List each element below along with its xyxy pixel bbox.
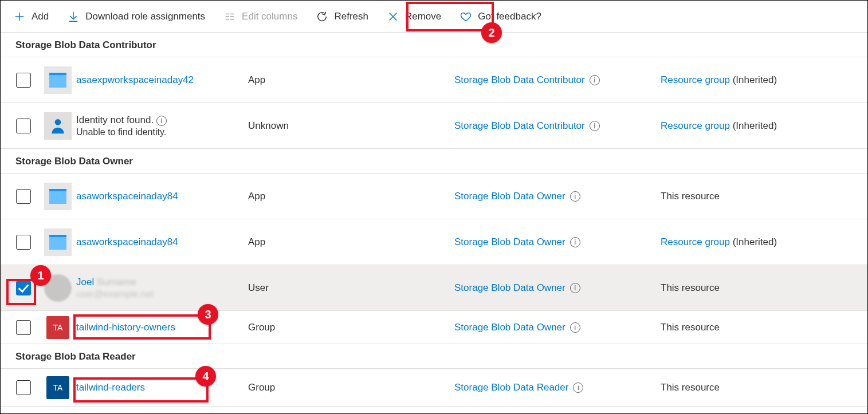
group-header-owner: Storage Blob Data Owner [1, 149, 867, 174]
principal-email: user@example.net [76, 289, 248, 299]
principal-link[interactable]: asaexpworkspaceinaday42 [76, 74, 248, 86]
row-checkbox[interactable] [16, 320, 31, 335]
row-checkbox[interactable] [16, 281, 31, 295]
role-link[interactable]: Storage Blob Data Reader [454, 382, 568, 393]
principal-link[interactable]: Joel Surname [76, 277, 248, 288]
app-icon [44, 183, 72, 210]
scope-link[interactable]: Resource group [661, 120, 730, 131]
scope-suffix: (Inherited) [730, 236, 777, 247]
table-row: Identity not found. i Unable to find ide… [1, 103, 867, 149]
info-icon[interactable]: i [590, 75, 600, 85]
plus-icon [13, 10, 26, 23]
role-link[interactable]: Storage Blob Data Owner [454, 282, 565, 294]
feedback-label: Got feedback? [478, 11, 541, 22]
group-header-contributor: Storage Blob Data Contributor [1, 33, 867, 57]
principal-type: App [248, 236, 265, 247]
scope-suffix: (Inherited) [730, 120, 777, 131]
role-link[interactable]: Storage Blob Data Contributor [454, 74, 585, 86]
row-checkbox[interactable] [16, 380, 31, 395]
scope-text: This resource [661, 322, 720, 333]
principal-link[interactable]: tailwind-history-owners [76, 322, 248, 333]
role-link[interactable]: Storage Blob Data Owner [454, 191, 565, 202]
row-checkbox[interactable] [16, 73, 31, 88]
row-checkbox[interactable] [16, 189, 31, 204]
info-icon[interactable]: i [570, 283, 580, 293]
principal-link[interactable]: tailwind-readers [76, 382, 248, 393]
table-row: asaworkspaceinaday84 App Storage Blob Da… [1, 174, 867, 219]
download-icon [67, 10, 80, 23]
info-icon[interactable]: i [590, 121, 600, 131]
principal-name: Identity not found. i [76, 115, 248, 126]
columns-icon [223, 10, 236, 23]
scope-text: This resource [661, 382, 720, 393]
group-avatar: TA [46, 376, 69, 399]
download-button[interactable]: Download role assignments [59, 6, 213, 27]
group-avatar: TA [46, 316, 69, 339]
table-row: TA tailwind-history-owners Group Storage… [1, 311, 867, 344]
heart-icon [459, 10, 472, 23]
add-button[interactable]: Add [5, 6, 57, 27]
remove-button[interactable]: Remove [379, 6, 449, 27]
annotation-marker-3: 3 [198, 304, 218, 325]
principal-link[interactable]: asaworkspaceinaday84 [76, 191, 248, 202]
group-header-reader: Storage Blob Data Reader [1, 344, 867, 369]
refresh-label: Refresh [334, 11, 368, 22]
principal-type: User [248, 282, 269, 293]
principal-type: Group [248, 322, 275, 333]
x-icon [387, 10, 399, 23]
add-label: Add [32, 11, 49, 22]
scope-link[interactable]: Resource group [661, 74, 730, 85]
annotation-marker-1: 1 [30, 265, 51, 286]
scope-suffix: (Inherited) [730, 74, 777, 85]
principal-type: Group [248, 382, 275, 393]
app-icon [44, 66, 72, 94]
principal-sub: Unable to find identity. [76, 127, 248, 137]
annotation-marker-4: 4 [195, 366, 216, 387]
role-link[interactable]: Storage Blob Data Owner [454, 322, 565, 333]
info-icon[interactable]: i [570, 191, 580, 202]
download-label: Download role assignments [85, 11, 205, 22]
role-link[interactable]: Storage Blob Data Owner [454, 236, 565, 248]
scope-text: This resource [661, 191, 720, 202]
feedback-button[interactable]: Got feedback? [451, 6, 549, 27]
table-row: asaexpworkspaceinaday42 App Storage Blob… [1, 57, 867, 103]
info-icon[interactable]: i [156, 116, 167, 126]
svg-point-12 [55, 119, 61, 125]
principal-type: Unknown [248, 120, 289, 131]
edit-columns-button[interactable]: Edit columns [215, 6, 305, 27]
role-link[interactable]: Storage Blob Data Contributor [454, 120, 585, 132]
principal-type: App [248, 74, 265, 85]
table-row: Joel Surname user@example.net User Stora… [1, 265, 867, 311]
table-row: asaworkspaceinaday84 App Storage Blob Da… [1, 219, 867, 265]
command-bar: Add Download role assignments Edit colum… [1, 1, 867, 33]
scope-link[interactable]: Resource group [661, 236, 730, 247]
unknown-identity-icon [44, 112, 72, 140]
info-icon[interactable]: i [573, 383, 583, 393]
edit-columns-label: Edit columns [242, 11, 297, 22]
refresh-icon [316, 10, 328, 23]
remove-label: Remove [405, 11, 441, 22]
refresh-button[interactable]: Refresh [308, 6, 376, 27]
annotation-marker-2: 2 [481, 22, 502, 43]
principal-type: App [248, 191, 265, 202]
app-icon [44, 228, 72, 256]
info-icon[interactable]: i [570, 237, 580, 247]
scope-text: This resource [661, 282, 720, 293]
info-icon[interactable]: i [570, 322, 580, 333]
table-row: TA tailwind-readers Group Storage Blob D… [1, 369, 867, 407]
row-checkbox[interactable] [16, 235, 31, 250]
principal-link[interactable]: asaworkspaceinaday84 [76, 236, 248, 248]
row-checkbox[interactable] [16, 119, 31, 133]
